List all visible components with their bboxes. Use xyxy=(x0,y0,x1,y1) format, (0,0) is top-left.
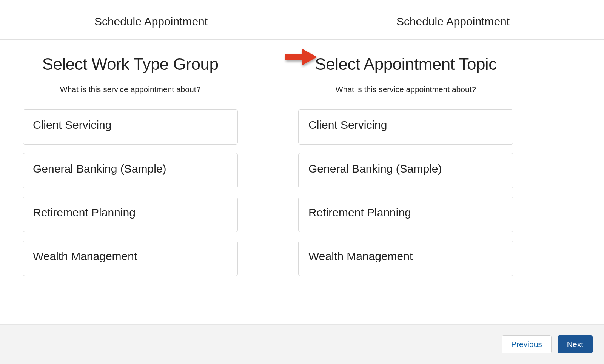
option-label: General Banking (Sample) xyxy=(33,162,166,175)
header-right-title: Schedule Appointment xyxy=(302,15,604,28)
option-wealth-management[interactable]: Wealth Management xyxy=(23,241,238,276)
option-retirement-planning[interactable]: Retirement Planning xyxy=(23,197,238,232)
footer-bar: Previous Next xyxy=(0,324,604,364)
option-label: Client Servicing xyxy=(308,119,387,131)
next-button[interactable]: Next xyxy=(558,335,593,353)
header-row: Schedule Appointment Schedule Appointmen… xyxy=(0,0,604,40)
right-panel-title: Select Appointment Topic xyxy=(298,55,513,74)
header-left-title: Schedule Appointment xyxy=(0,15,302,28)
left-panel-subtitle: What is this service appointment about? xyxy=(23,85,238,94)
right-panel: Select Appointment Topic What is this se… xyxy=(260,55,604,284)
content-row: Select Work Type Group What is this serv… xyxy=(0,40,604,284)
left-panel: Select Work Type Group What is this serv… xyxy=(0,55,260,284)
previous-button[interactable]: Previous xyxy=(502,335,552,353)
option-label: Wealth Management xyxy=(308,250,413,263)
option-general-banking[interactable]: General Banking (Sample) xyxy=(23,153,238,188)
left-panel-title: Select Work Type Group xyxy=(23,55,238,74)
option-label: Retirement Planning xyxy=(308,206,411,219)
header-left: Schedule Appointment xyxy=(0,15,302,28)
header-right: Schedule Appointment xyxy=(302,15,604,28)
option-client-servicing[interactable]: Client Servicing xyxy=(298,109,513,145)
option-label: Retirement Planning xyxy=(33,206,136,219)
right-panel-subtitle: What is this service appointment about? xyxy=(298,85,513,94)
option-label: Wealth Management xyxy=(33,250,137,263)
option-label: Client Servicing xyxy=(33,119,111,131)
option-general-banking[interactable]: General Banking (Sample) xyxy=(298,153,513,188)
option-label: General Banking (Sample) xyxy=(308,162,442,175)
option-retirement-planning[interactable]: Retirement Planning xyxy=(298,197,513,232)
option-client-servicing[interactable]: Client Servicing xyxy=(23,109,238,145)
option-wealth-management[interactable]: Wealth Management xyxy=(298,241,513,276)
